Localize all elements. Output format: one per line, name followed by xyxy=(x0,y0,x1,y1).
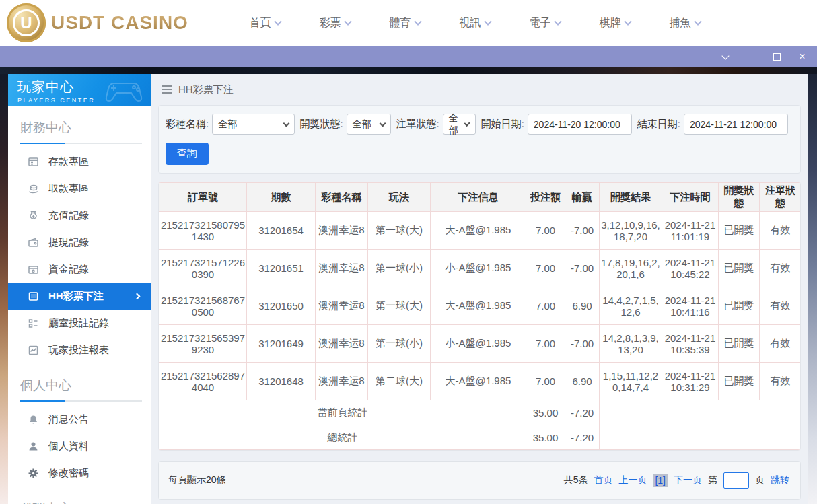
deposit-icon xyxy=(27,156,39,168)
order-status-label: 注單狀態: xyxy=(396,118,439,131)
table-cell: 7.00 xyxy=(526,212,565,250)
jump-prefix-label: 第 xyxy=(708,474,717,487)
sidebar-item-withdrawal-record[interactable]: 提現記錄 xyxy=(8,229,151,256)
table-cell: 大-A盤@1.985 xyxy=(431,212,526,250)
table-cell: 2024-11-21 10:35:39 xyxy=(662,325,719,363)
table-header-row: 訂單號 期數 彩種名稱 玩法 下注信息 投注額 輸贏 開獎結果 下注時間 開獎狀… xyxy=(159,183,802,212)
page-summary-win-loss: -7.20 xyxy=(565,400,600,425)
sidebar-item-withdraw[interactable]: 取款專區 xyxy=(8,175,151,202)
total-count-text: 共5条 xyxy=(564,474,588,487)
table-footer: 每頁顯示20條 共5条 首页 上一页 [1] 下一页 第 页 跳转 xyxy=(158,461,801,500)
sidebar: 玩家中心 PLAYERS CENTER 財務中心 存款專區 取款專區 xyxy=(8,74,151,504)
first-page-link[interactable]: 首页 xyxy=(594,474,612,487)
banner-strip xyxy=(0,67,817,74)
lottery-name-select[interactable]: 全部 xyxy=(212,114,294,135)
chevron-down-icon xyxy=(283,120,289,127)
chevron-right-icon xyxy=(134,293,141,299)
hamburger-icon[interactable] xyxy=(162,85,172,94)
sidebar-item-label: 廳室投註記錄 xyxy=(48,317,109,330)
gear-icon xyxy=(27,468,39,479)
prev-page-link[interactable]: 上一页 xyxy=(618,474,647,487)
table-cell: 17,8,19,16,2,20,1,6 xyxy=(600,250,662,287)
col-period: 期數 xyxy=(247,183,316,212)
bets-table: 訂單號 期數 彩種名稱 玩法 下注信息 投注額 輸贏 開獎結果 下注時間 開獎狀… xyxy=(159,182,801,450)
table-cell: 6.90 xyxy=(565,363,600,400)
table-row: 215217321565397923031201649澳洲幸运8第一球(小)小-… xyxy=(159,325,802,363)
table-cell: 已開獎 xyxy=(719,325,760,363)
jump-action-link[interactable]: 跳转 xyxy=(771,474,789,487)
sidebar-section-agent: 代理中心 xyxy=(20,500,151,504)
sidebar-item-room-bet-record[interactable]: 廳室投註記錄 xyxy=(8,310,151,336)
jump-page-input[interactable] xyxy=(723,472,749,489)
page-title: HH彩票下注 xyxy=(178,83,234,96)
sidebar-item-recharge-record[interactable]: 充值記錄 xyxy=(8,202,151,229)
room-bet-record-icon xyxy=(27,318,39,329)
chevron-down-icon xyxy=(379,120,386,127)
nav-label: 體育 xyxy=(389,16,411,30)
background-image-left-edge xyxy=(0,74,8,504)
table-cell: 2024-11-21 11:01:19 xyxy=(662,212,719,250)
table-cell: 2152173215628974040 xyxy=(159,363,247,400)
order-status-value: 全部 xyxy=(449,112,466,137)
nav-item-sports[interactable]: 體育 xyxy=(370,16,440,30)
col-bet-info: 下注信息 xyxy=(431,183,526,212)
table-cell: 有效 xyxy=(760,212,802,250)
page-summary-label: 當前頁統計 xyxy=(159,400,526,425)
sidebar-item-label: 個人資料 xyxy=(48,440,89,453)
window-maximize-icon[interactable] xyxy=(771,51,782,62)
sidebar-item-announcements[interactable]: 消息公告 xyxy=(8,406,151,433)
end-date-input[interactable] xyxy=(684,114,788,135)
table-cell: 31201648 xyxy=(247,363,316,400)
sidebar-item-label: 取款專區 xyxy=(48,182,89,195)
table-row: 215217321580795143031201654澳洲幸运8第一球(大)大-… xyxy=(159,212,802,250)
table-cell: 小-A盤@1.985 xyxy=(431,250,526,287)
nav-item-fishing[interactable]: 捕魚 xyxy=(650,16,720,30)
window-title-bar: × xyxy=(0,46,817,67)
table-cell: 有效 xyxy=(760,325,802,363)
table-cell: 大-A盤@1.985 xyxy=(431,363,526,400)
nav-item-electronic[interactable]: 電子 xyxy=(510,16,580,30)
sidebar-item-hh-lottery-bet[interactable]: HH彩票下注 xyxy=(8,283,151,310)
window-minimize-icon[interactable] xyxy=(746,51,756,62)
background-image-right-edge xyxy=(808,74,817,504)
grand-summary-row: 總統計 35.00 -7.20 xyxy=(159,425,802,450)
table-cell: 第一球(小) xyxy=(368,325,431,363)
window-close-icon[interactable]: × xyxy=(797,51,808,62)
table-cell: 31201654 xyxy=(247,212,316,250)
col-bet-amount: 投注額 xyxy=(526,183,565,212)
sidebar-header: 玩家中心 PLAYERS CENTER xyxy=(8,74,151,106)
logo[interactable]: U USDT CASINO xyxy=(7,3,188,42)
sidebar-item-deposit[interactable]: 存款專區 xyxy=(8,148,151,175)
search-button[interactable]: 查詢 xyxy=(166,143,209,165)
table-row: 215217321568767050031201650澳洲幸运8第一球(大)大-… xyxy=(159,287,802,325)
table-cell: 7.00 xyxy=(526,363,565,400)
draw-status-select[interactable]: 全部 xyxy=(347,114,391,135)
nav-item-chess[interactable]: 棋牌 xyxy=(580,16,650,30)
table-cell: 澳洲幸运8 xyxy=(316,212,368,250)
table-cell: 第一球(大) xyxy=(368,287,431,325)
nav-item-lottery[interactable]: 彩票 xyxy=(300,16,370,30)
recharge-record-icon xyxy=(27,210,39,221)
chevron-down-icon xyxy=(695,17,702,25)
table-cell: 6.90 xyxy=(565,287,600,325)
withdrawal-record-icon xyxy=(27,237,39,248)
start-date-input[interactable] xyxy=(528,114,632,135)
nav-label: 捕魚 xyxy=(669,16,690,30)
nav-label: 彩票 xyxy=(319,16,341,30)
table-cell: 澳洲幸运8 xyxy=(316,250,368,287)
nav-item-home[interactable]: 首頁 xyxy=(230,16,300,30)
sidebar-item-player-report[interactable]: 玩家投注報表 xyxy=(8,336,151,363)
current-page-indicator: [1] xyxy=(653,474,668,487)
page-summary-empty xyxy=(600,400,802,425)
table-cell: 31201651 xyxy=(247,250,316,287)
sidebar-item-funds-record[interactable]: 資金記錄 xyxy=(8,256,151,283)
sidebar-item-change-password[interactable]: 修改密碼 xyxy=(8,460,151,487)
table-cell: 澳洲幸运8 xyxy=(316,287,368,325)
window-dropdown-icon[interactable] xyxy=(720,51,731,62)
order-status-select[interactable]: 全部 xyxy=(443,114,476,135)
next-page-link[interactable]: 下一页 xyxy=(674,474,702,487)
section-underline xyxy=(20,400,142,402)
table-cell: 7.00 xyxy=(526,250,565,287)
sidebar-item-profile[interactable]: 個人資料 xyxy=(8,433,151,460)
nav-item-video[interactable]: 視訊 xyxy=(440,16,510,30)
